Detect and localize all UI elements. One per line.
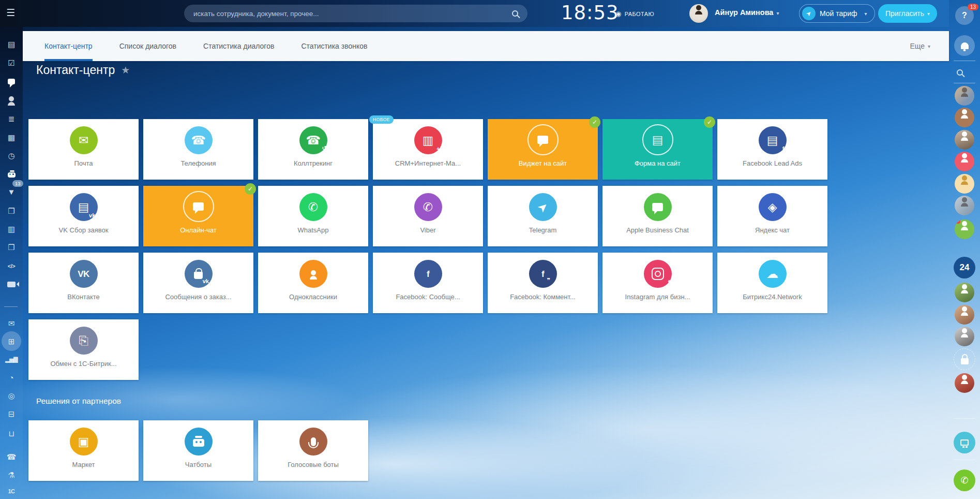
tile-chatbots[interactable]: Чатботы — [143, 420, 253, 481]
avatar — [955, 327, 974, 346]
tile-vk-lead-forms[interactable]: ▤vkVK Сбор заявок — [28, 186, 139, 246]
tab-1[interactable]: Список диалогов — [119, 31, 176, 61]
tile-calltracking[interactable]: ☎↺Коллтрекинг — [258, 119, 368, 180]
avatar — [955, 305, 974, 325]
tile-label: Facebook: Коммент... — [491, 293, 595, 301]
sidebar-item-analytics[interactable]: ▂▅▇ — [0, 351, 23, 367]
call-button[interactable]: ✆ — [949, 469, 980, 491]
mail-icon: ✉ — [70, 126, 98, 154]
tile-market[interactable]: ▣Маркет — [28, 420, 139, 481]
sidebar-item-video[interactable] — [0, 276, 23, 292]
tile-facebook-comments[interactable]: f❞Facebook: Коммент... — [488, 253, 598, 313]
private-chat-avatar[interactable] — [949, 348, 980, 370]
tile-label: ВКонтакте — [32, 293, 135, 301]
tile-vkontakte[interactable]: VKВКонтакте — [28, 253, 139, 313]
user-avatar[interactable] — [689, 4, 708, 23]
tile-label: Онлайн-чат — [146, 226, 250, 234]
sidebar-item-time[interactable]: ◷ — [0, 148, 23, 163]
tile-whatsapp[interactable]: ✆WhatsApp — [258, 186, 368, 246]
help-button[interactable]: ?13 — [949, 5, 980, 26]
tile-telegram[interactable]: ➤Telegram — [488, 186, 598, 246]
tile-yandex-chat[interactable]: ◈Яндекс чат — [717, 186, 827, 246]
sidebar-item-lab[interactable]: ⚗ — [0, 467, 23, 482]
sidebar-item-goals[interactable]: ◎ — [0, 388, 23, 403]
chat-user-avatar[interactable] — [949, 282, 980, 303]
user-name: Айнур Аминова — [715, 8, 773, 17]
tile-odnoklassniki[interactable]: Одноклассники — [258, 253, 368, 313]
tab-more[interactable]: Еще ▾ — [910, 31, 930, 61]
tile-crm-online-store[interactable]: ▥+CRM+Интернет-Ма...НОВОЕ — [373, 119, 483, 180]
help-label: ? — [962, 11, 967, 20]
chat-user-avatar[interactable] — [949, 129, 980, 151]
avatar — [955, 152, 974, 171]
tile-label: Виджет на сайт — [491, 159, 595, 167]
new-badge: НОВОЕ — [369, 115, 394, 124]
chat-crm-avatar[interactable]: CRM — [949, 218, 980, 240]
chevron-down-icon: ▾ — [776, 10, 779, 16]
my-plan-button[interactable]: ➤ Мой тариф ▾ — [799, 4, 875, 23]
tile-online-chat[interactable]: Онлайн-чат✓ — [143, 186, 253, 246]
connect-mobile-button[interactable] — [949, 432, 980, 453]
tile-facebook-lead-ads[interactable]: ▤fFacebook Lead Ads — [717, 119, 827, 180]
search-input[interactable] — [184, 10, 512, 18]
tile-viber[interactable]: ✆Viber — [373, 186, 483, 246]
sidebar-item-worktime[interactable]: ◔ — [0, 370, 23, 385]
bitrix24-chat-avatar[interactable]: 24 — [949, 257, 980, 278]
sidebar-item-applications[interactable]: ⊞ — [0, 333, 23, 349]
sidebar-item-crm[interactable]: ▼13 — [0, 184, 23, 199]
rocket-icon: ➤ — [802, 7, 816, 20]
tab-2[interactable]: Статистика диалогов — [203, 31, 274, 61]
tile-bitrix24-network[interactable]: ☁Битрикс24.Network — [717, 253, 827, 313]
chat-group-avatar[interactable] — [949, 195, 980, 216]
tile-facebook-messages[interactable]: fFacebook: Сообще... — [373, 253, 483, 313]
tab-3[interactable]: Статистика звонков — [301, 31, 367, 61]
chat-user-avatar[interactable] — [949, 151, 980, 172]
favorite-star-icon[interactable]: ★ — [121, 64, 130, 76]
invite-button[interactable]: Пригласить ▾ — [878, 4, 937, 23]
tile-site-widget[interactable]: Виджет на сайт✓ — [488, 119, 598, 180]
tile-telephony[interactable]: ☎Телефония — [143, 119, 253, 180]
sidebar-item-developer[interactable]: </> — [0, 258, 23, 274]
sidebar-item-drive[interactable]: ≣ — [0, 111, 23, 126]
tile-mail[interactable]: ✉Почта — [28, 119, 139, 180]
sidebar-item-store[interactable]: ⊔ — [0, 425, 23, 441]
sidebar-item-sales[interactable]: ⊟ — [0, 406, 23, 421]
sidebar-item-sites[interactable]: ❐ — [0, 203, 23, 218]
tile-order-messages[interactable]: vkСообщения о заказ... — [143, 253, 253, 313]
box-icon: ▣ — [70, 428, 98, 456]
sidebar-item-live-feed[interactable]: ▤ — [0, 36, 23, 52]
user-menu[interactable]: Айнур Аминова▾ — [715, 8, 779, 17]
work-clock[interactable]: 18:53 — [561, 2, 619, 24]
tile-1c-exchange[interactable]: ⎘Обмен с 1С-Битрик... — [28, 319, 139, 380]
sidebar-item-messenger[interactable] — [0, 74, 23, 89]
tab-0[interactable]: Контакт-центр — [44, 31, 93, 61]
bubble-icon — [644, 193, 672, 221]
chat-user-avatar[interactable] — [949, 173, 980, 195]
hamburger-menu-icon[interactable]: ☰ — [6, 7, 15, 19]
sidebar-item-tasks[interactable]: ☑ — [0, 55, 23, 70]
plan-label: Мой тариф — [820, 9, 857, 18]
sidebar-item-workgroups[interactable] — [0, 92, 23, 108]
sidebar-item-employees[interactable]: ▥ — [0, 221, 23, 237]
notifications-button[interactable] — [949, 35, 980, 56]
sidebar-item-mail[interactable]: ✉ — [0, 315, 23, 331]
tile-site-form[interactable]: ▤Форма на сайт✓ — [602, 119, 713, 180]
tile-voice-bots[interactable]: Голосовые боты — [258, 420, 368, 481]
sidebar-item-knowledge-base[interactable]: ❒ — [0, 239, 23, 255]
sidebar-item-crm-bot[interactable] — [0, 166, 23, 181]
chat-user-avatar[interactable] — [949, 107, 980, 128]
chat-group-avatar[interactable] — [949, 85, 980, 107]
sidebar-item-calendar[interactable]: ▦ — [0, 129, 23, 145]
search-button[interactable] — [949, 62, 980, 83]
sidebar-item-1c[interactable]: 1С — [0, 483, 23, 499]
work-status[interactable]: ◉ РАБОТАЮ — [615, 10, 654, 18]
tile-instagram-business[interactable]: fInstagram для бизн... — [602, 253, 713, 313]
sidebar-item-telephony[interactable]: ☎ — [0, 449, 23, 464]
search-icon[interactable] — [512, 10, 518, 17]
rail-divider — [954, 418, 975, 419]
chat-user-avatar[interactable] — [949, 304, 980, 326]
chat-user-avatar[interactable] — [949, 372, 980, 394]
tile-apple-business-chat[interactable]: Apple Business Chat — [602, 186, 713, 246]
chat-user-avatar[interactable] — [949, 326, 980, 347]
tile-label: Сообщения о заказ... — [146, 293, 250, 301]
